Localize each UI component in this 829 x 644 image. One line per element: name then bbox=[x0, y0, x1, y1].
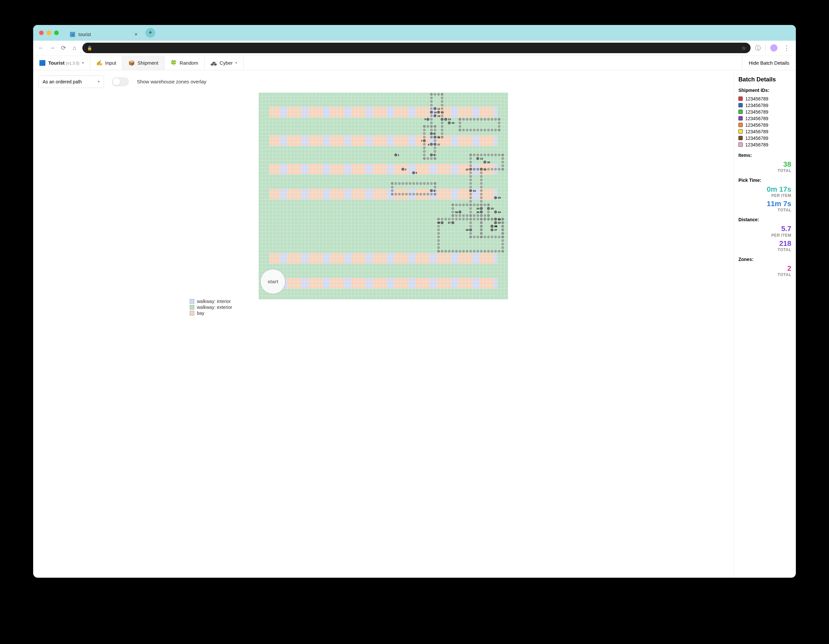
maximize-window-button[interactable] bbox=[54, 30, 59, 35]
minimize-window-button[interactable] bbox=[47, 30, 51, 35]
tab-random[interactable]: 🍀 Random bbox=[164, 56, 205, 70]
tab-cyber[interactable]: 🚓 Cyber ▾ bbox=[205, 56, 244, 70]
svg-rect-121 bbox=[469, 110, 473, 114]
svg-point-1465 bbox=[469, 196, 472, 199]
shipment-row[interactable]: 123456789 bbox=[738, 122, 791, 128]
svg-rect-602 bbox=[358, 189, 362, 193]
svg-rect-62 bbox=[487, 107, 490, 110]
svg-point-1647 bbox=[469, 189, 472, 192]
svg-rect-903 bbox=[291, 260, 295, 264]
site-info-button[interactable]: ⓘ bbox=[755, 44, 761, 52]
svg-rect-467 bbox=[333, 167, 337, 171]
svg-point-1542 bbox=[476, 250, 479, 253]
svg-point-1427 bbox=[498, 154, 501, 156]
svg-point-1527 bbox=[452, 218, 454, 220]
shipment-id: 123456789 bbox=[745, 122, 768, 128]
svg-rect-30 bbox=[372, 107, 376, 110]
svg-rect-852 bbox=[337, 256, 340, 260]
svg-point-1493 bbox=[459, 204, 461, 206]
svg-rect-952 bbox=[465, 260, 469, 264]
svg-rect-401 bbox=[326, 164, 330, 167]
svg-rect-182 bbox=[458, 114, 462, 117]
svg-rect-519 bbox=[291, 171, 295, 175]
svg-text:10: 10 bbox=[434, 111, 437, 114]
shipment-row[interactable]: 123456789 bbox=[738, 142, 791, 148]
svg-rect-122 bbox=[472, 110, 476, 114]
svg-rect-23 bbox=[348, 107, 351, 110]
svg-rect-446 bbox=[487, 164, 490, 167]
svg-rect-718 bbox=[316, 196, 319, 200]
new-tab-button[interactable]: + bbox=[145, 28, 155, 38]
legend-exterior: walkway: exterior bbox=[190, 305, 232, 310]
svg-rect-766 bbox=[487, 196, 490, 200]
svg-rect-905 bbox=[298, 260, 301, 264]
overlay-toggle[interactable] bbox=[112, 77, 129, 86]
svg-point-1289 bbox=[402, 182, 404, 185]
bookmark-star-icon[interactable]: ☆ bbox=[741, 45, 746, 51]
svg-rect-1004 bbox=[422, 278, 426, 282]
svg-rect-69 bbox=[284, 110, 287, 114]
svg-rect-626 bbox=[444, 189, 448, 193]
svg-point-1631 bbox=[444, 118, 447, 121]
svg-rect-117 bbox=[454, 110, 458, 114]
reload-button[interactable]: ⟳ bbox=[60, 44, 67, 52]
back-button[interactable]: ← bbox=[38, 45, 44, 52]
svg-rect-296 bbox=[408, 139, 412, 142]
svg-rect-923 bbox=[362, 260, 366, 264]
svg-rect-256 bbox=[494, 135, 498, 139]
svg-rect-1024 bbox=[494, 278, 498, 282]
shipment-row[interactable]: 123456789 bbox=[738, 102, 791, 109]
shipment-row[interactable]: 123456789 bbox=[738, 115, 791, 122]
svg-rect-872 bbox=[408, 256, 412, 260]
svg-rect-312 bbox=[465, 139, 469, 142]
home-button[interactable]: ⌂ bbox=[71, 45, 78, 52]
browser-tab[interactable]: 🧳 tourist × bbox=[66, 28, 142, 41]
url-input[interactable]: 🔒 ☆ bbox=[82, 43, 750, 53]
profile-avatar[interactable] bbox=[770, 44, 777, 52]
svg-rect-950 bbox=[458, 260, 462, 264]
svg-rect-848 bbox=[323, 256, 326, 260]
svg-rect-794 bbox=[358, 253, 362, 257]
svg-rect-561 bbox=[440, 171, 444, 175]
close-window-button[interactable] bbox=[39, 30, 44, 35]
tab-tourist[interactable]: 🟦 Tourist (v1.3.0) ▾ bbox=[33, 56, 90, 70]
svg-rect-936 bbox=[408, 260, 412, 264]
svg-rect-424 bbox=[408, 164, 412, 167]
map-canvas[interactable]: 1234567891011121314151617181920212223242… bbox=[258, 93, 508, 299]
svg-rect-479 bbox=[376, 167, 380, 171]
svg-rect-786 bbox=[330, 253, 333, 257]
svg-point-1603 bbox=[394, 153, 397, 156]
shipment-row[interactable]: 123456789 bbox=[738, 109, 791, 115]
svg-rect-286 bbox=[372, 139, 376, 142]
close-tab-button[interactable]: × bbox=[134, 32, 137, 38]
svg-rect-521 bbox=[298, 171, 301, 175]
shipment-id: 123456789 bbox=[745, 129, 768, 134]
svg-rect-827 bbox=[476, 253, 479, 257]
svg-rect-1081 bbox=[469, 281, 473, 285]
stat-value: 2 bbox=[738, 265, 791, 272]
svg-rect-976 bbox=[323, 278, 326, 282]
svg-rect-29 bbox=[369, 107, 373, 110]
svg-rect-614 bbox=[401, 189, 405, 193]
hide-details-button[interactable]: Hide Batch Details bbox=[742, 56, 796, 70]
svg-rect-654 bbox=[316, 193, 319, 196]
browser-menu-button[interactable]: ⋮ bbox=[782, 44, 791, 52]
shipment-row[interactable]: 123456789 bbox=[738, 128, 791, 135]
svg-rect-440 bbox=[465, 164, 469, 167]
path-mode-select[interactable]: As an ordered path ▾ bbox=[38, 76, 104, 88]
svg-text:21: 21 bbox=[484, 168, 487, 171]
forward-button[interactable]: → bbox=[49, 45, 55, 52]
svg-rect-418 bbox=[387, 164, 391, 167]
tab-input[interactable]: ✍️ Input bbox=[90, 56, 122, 70]
svg-rect-996 bbox=[394, 278, 398, 282]
svg-point-1348 bbox=[441, 132, 443, 135]
svg-point-1497 bbox=[466, 204, 468, 206]
tab-shipment[interactable]: 📦 Shipment bbox=[122, 56, 164, 70]
svg-rect-755 bbox=[447, 196, 451, 200]
svg-point-1436 bbox=[501, 161, 504, 163]
shipment-row[interactable]: 123456789 bbox=[738, 135, 791, 142]
shipment-row[interactable]: 123456789 bbox=[738, 96, 791, 102]
svg-rect-253 bbox=[483, 135, 487, 139]
svg-rect-242 bbox=[444, 135, 448, 139]
svg-text:17: 17 bbox=[437, 143, 440, 146]
